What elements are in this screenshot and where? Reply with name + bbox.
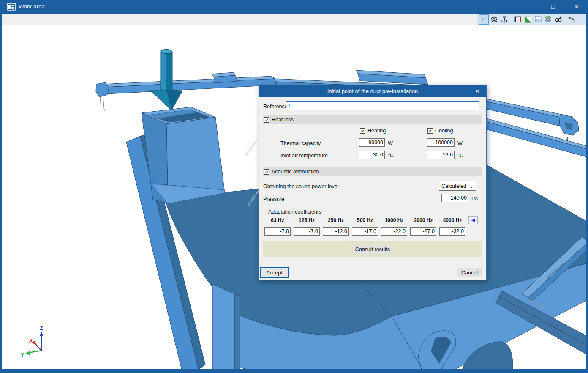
work-plane-icon[interactable]: [533, 14, 543, 25]
sound-power-value: Calculated: [441, 183, 466, 189]
sound-power-select[interactable]: Calculated ⌄: [439, 181, 476, 191]
coef-input-2000[interactable]: [410, 227, 436, 236]
toolbar-separator: [565, 15, 565, 24]
footer-divider: [259, 263, 486, 263]
scroll-left-arrow-button[interactable]: ◀: [468, 216, 478, 224]
heat-loss-checkbox[interactable]: ✓ Heat loss: [264, 117, 294, 123]
close-button[interactable]: ✕: [569, 0, 585, 14]
clipping-plane-icon[interactable]: [523, 14, 533, 25]
window-titlebar[interactable]: Work area □ ✕: [0, 0, 588, 14]
cooling-checkbox[interactable]: ✓ Cooling: [427, 128, 453, 134]
inlet-temp-cooling-input[interactable]: [427, 151, 455, 159]
thermal-capacity-cooling-input[interactable]: [427, 138, 455, 147]
pressure-unit: Pa: [471, 196, 478, 202]
toolbar-strip: 3D: [2, 14, 586, 25]
freq-header-1000: 1000 Hz: [381, 217, 407, 223]
freq-header-4000: 4000 Hz: [439, 217, 466, 223]
accept-button[interactable]: Accept: [260, 267, 289, 278]
coef-input-1000[interactable]: [381, 227, 407, 236]
axis-triad: Z X Y: [21, 325, 43, 358]
inlet-heating-unit: °C: [388, 153, 394, 159]
coef-input-4000[interactable]: [439, 227, 466, 236]
consult-results-button[interactable]: Consult results: [351, 245, 395, 254]
inlet-cooling-unit: °C: [457, 153, 463, 159]
dialog-title: Initial point of the duct pre-installati…: [327, 88, 418, 94]
reference-label: Reference: [263, 104, 288, 110]
layers-3d-icon[interactable]: [543, 14, 553, 25]
heating-label: Heating: [368, 128, 386, 134]
acoustic-attenuation-checkbox[interactable]: ✓ Acoustic attenuation: [264, 169, 319, 175]
thermal-capacity-heating-input[interactable]: [359, 138, 385, 147]
thermal-cooling-unit: W: [457, 140, 463, 146]
inlet-temp-heating-input[interactable]: [359, 151, 385, 159]
section-box-icon[interactable]: [513, 14, 523, 25]
work-area-window: Work area □ ✕: [0, 0, 588, 373]
check-icon: ✓: [264, 117, 270, 123]
reference-input[interactable]: [286, 101, 479, 110]
view-cube-icon[interactable]: [479, 14, 489, 25]
y-axis-label: Y: [21, 351, 24, 358]
freq-header-63: 63 Hz: [264, 217, 291, 223]
coef-input-500[interactable]: [352, 227, 378, 236]
window-title: Work area: [19, 0, 45, 14]
check-icon: ✓: [360, 128, 365, 134]
thermal-heating-unit: W: [388, 140, 393, 146]
toolbar-separator: [511, 15, 511, 24]
adaptation-coefficients-label: Adaptation coefficients: [268, 209, 321, 215]
freq-header-500: 500 Hz: [352, 217, 378, 223]
chevron-down-icon: ⌄: [469, 184, 474, 188]
acoustic-section-header: ✓ Acoustic attenuation: [263, 167, 482, 176]
inlet-air-temperature-label: Inlet air temperature: [280, 153, 328, 159]
freq-header-125: 125 Hz: [294, 217, 320, 223]
view-toolbar: 3D: [477, 14, 586, 25]
acoustic-attenuation-label: Acoustic attenuation: [272, 169, 319, 175]
x-axis-label: X: [29, 337, 33, 344]
check-icon: ✓: [264, 169, 270, 175]
thermal-capacity-label: Thermal capacity: [280, 140, 321, 146]
heat-loss-section-header: ✓ Heat loss: [263, 115, 482, 124]
check-icon: ✓: [427, 128, 433, 134]
3d-settings-icon[interactable]: 3D: [567, 14, 577, 25]
results-band: Consult results: [263, 241, 482, 257]
coef-input-250[interactable]: [323, 227, 349, 236]
coef-input-63[interactable]: [264, 227, 291, 236]
maximize-button[interactable]: □: [545, 0, 561, 14]
insertion-point-arrow: [150, 50, 182, 111]
dialog-close-icon[interactable]: ✕: [473, 85, 482, 97]
heating-checkbox[interactable]: ✓ Heating: [360, 128, 386, 134]
z-axis-label: Z: [40, 325, 43, 331]
pressure-label: Pressure: [263, 196, 284, 202]
work-area-icon: [7, 3, 16, 12]
hide-elements-icon[interactable]: [553, 14, 563, 25]
freq-header-250: 250 Hz: [323, 217, 349, 223]
cooling-label: Cooling: [435, 128, 453, 134]
dimension-label: 400x250 mm: [244, 139, 259, 157]
rotate-view-icon[interactable]: [499, 14, 509, 25]
coef-input-125[interactable]: [294, 227, 320, 236]
sound-power-label: Obtaining the sound power level: [263, 184, 339, 189]
pressure-input[interactable]: [441, 194, 468, 202]
freq-header-2000: 2000 Hz: [410, 217, 436, 223]
dialog-titlebar[interactable]: Initial point of the duct pre-installati…: [259, 85, 486, 97]
heat-loss-label: Heat loss: [272, 117, 294, 123]
duct-pre-installation-dialog: Initial point of the duct pre-installati…: [259, 85, 487, 280]
cancel-button[interactable]: Cancel: [457, 268, 482, 277]
orbit-view-icon[interactable]: [489, 14, 499, 25]
